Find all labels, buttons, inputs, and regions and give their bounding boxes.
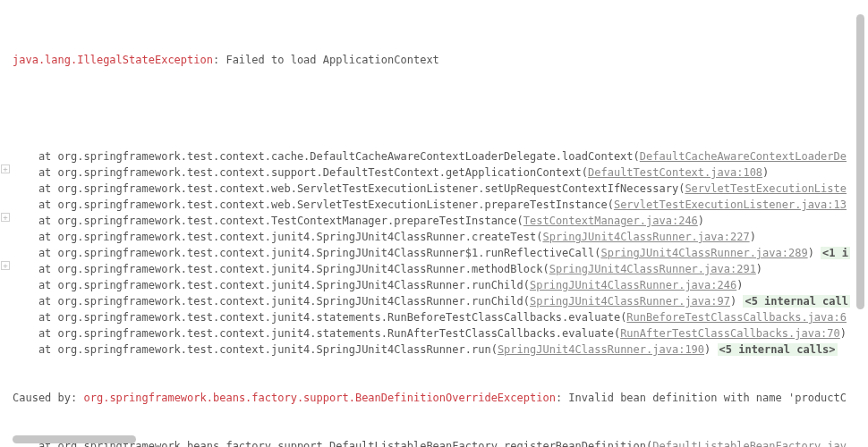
source-link[interactable]: DefaultCacheAwareContextLoaderDe	[640, 150, 847, 163]
collapsed-frames-badge[interactable]: <1 i	[821, 247, 850, 259]
exception-message: Failed to load ApplicationContext	[226, 54, 438, 66]
vertical-scrollbar[interactable]	[856, 14, 864, 309]
source-link[interactable]: ServletTestExecutionListe	[685, 182, 847, 195]
source-link[interactable]: RunAfterTestClassCallbacks.java:70	[620, 327, 840, 340]
source-link[interactable]: SpringJUnit4ClassRunner.java:227	[542, 231, 749, 243]
source-link[interactable]: SpringJUnit4ClassRunner.java:291	[549, 263, 756, 275]
stack-method: org.springframework.beans.factory.suppor…	[58, 440, 646, 447]
source-link[interactable]: TestContextManager.java:246	[523, 215, 698, 227]
horizontal-scrollbar[interactable]	[13, 435, 136, 443]
stack-method: org.springframework.test.context.cache.D…	[58, 150, 634, 163]
blank-line	[13, 100, 868, 116]
expand-fold-icon[interactable]: +	[1, 164, 10, 173]
source-link[interactable]: SpringJUnit4ClassRunner.java:289	[600, 247, 807, 259]
source-link[interactable]: DefaultTestContext.java:108	[588, 166, 762, 179]
stack-frame: at org.springframework.test.context.juni…	[13, 229, 868, 245]
stack-frame: at org.springframework.test.context.Test…	[13, 213, 868, 229]
stack-frame: at org.springframework.test.context.juni…	[13, 342, 868, 358]
exception-header: java.lang.IllegalStateException: Failed …	[13, 52, 868, 68]
stack-method: org.springframework.test.context.junit4.…	[58, 311, 621, 324]
stack-method: org.springframework.test.context.web.Ser…	[58, 182, 679, 195]
stack-method: org.springframework.test.context.junit4.…	[58, 343, 491, 356]
source-link[interactable]: SpringJUnit4ClassRunner.java:246	[530, 279, 736, 291]
expand-fold-icon[interactable]: +	[1, 261, 10, 270]
stack-frame: at org.springframework.test.context.supp…	[13, 164, 868, 181]
stack-frame: at org.springframework.test.context.juni…	[13, 261, 868, 277]
caused-by-class: org.springframework.beans.factory.suppor…	[83, 392, 555, 404]
stack-frame: at org.springframework.test.context.web.…	[13, 181, 868, 197]
stack-frame: at org.springframework.test.context.juni…	[13, 293, 868, 309]
stack-frame: at org.springframework.test.context.juni…	[13, 325, 868, 342]
stack-method: org.springframework.test.context.junit4.…	[58, 247, 595, 259]
stack-method: org.springframework.test.context.web.Ser…	[58, 198, 608, 211]
fold-gutter: + + +	[0, 0, 13, 447]
stacktrace-viewport[interactable]: java.lang.IllegalStateException: Failed …	[13, 20, 868, 447]
stack-method: org.springframework.test.context.junit4.…	[58, 231, 537, 243]
source-link[interactable]: SpringJUnit4ClassRunner.java:97	[530, 295, 730, 308]
stack-frame: at org.springframework.test.context.juni…	[13, 309, 868, 325]
caused-by-message: Invalid bean definition with name 'produ…	[568, 392, 847, 404]
stack-method: org.springframework.test.context.junit4.…	[58, 279, 523, 291]
caused-by-line: Caused by: org.springframework.beans.fac…	[13, 390, 868, 406]
exception-class: java.lang.IllegalStateException	[13, 54, 213, 66]
source-link[interactable]: RunBeforeTestClassCallbacks.java:6	[626, 311, 847, 324]
stack-method: org.springframework.test.context.support…	[58, 166, 582, 179]
stack-frame: at org.springframework.test.context.juni…	[13, 277, 868, 293]
stack-method: org.springframework.test.context.TestCon…	[58, 215, 517, 227]
source-link[interactable]: DefaultListableBeanFactory.jav	[652, 440, 847, 447]
collapsed-frames-badge[interactable]: <5 internal calls>	[718, 343, 838, 356]
source-link[interactable]: ServletTestExecutionListener.java:13	[614, 198, 847, 211]
stack-frame: at org.springframework.beans.factory.sup…	[13, 438, 868, 447]
stack-method: org.springframework.test.context.junit4.…	[58, 327, 614, 340]
stack-method: org.springframework.test.context.junit4.…	[58, 295, 523, 308]
collapsed-frames-badge[interactable]: <5 internal call	[743, 295, 850, 308]
stack-frame: at org.springframework.test.context.web.…	[13, 197, 868, 213]
expand-fold-icon[interactable]: +	[1, 213, 10, 222]
stack-method: org.springframework.test.context.junit4.…	[58, 263, 543, 275]
stack-frame: at org.springframework.test.context.juni…	[13, 245, 868, 261]
stack-frame: at org.springframework.test.context.cach…	[13, 148, 868, 164]
source-link[interactable]: SpringJUnit4ClassRunner.java:190	[498, 343, 704, 356]
